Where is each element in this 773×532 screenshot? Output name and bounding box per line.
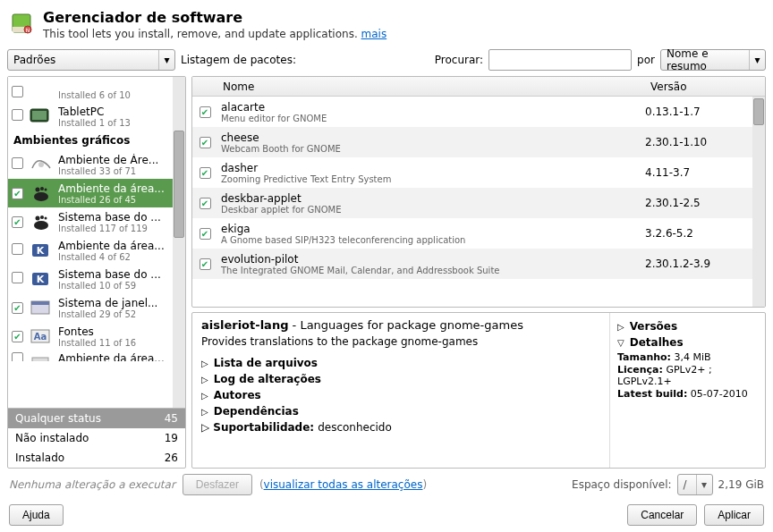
detail-expander[interactable]: ▷ Autores (201, 387, 600, 403)
svg-point-12 (45, 189, 47, 191)
category-subtitle: Installed 29 of 52 (58, 309, 182, 319)
sidebar-item[interactable]: KAmbiente da área...Installed 4 of 62 (8, 236, 185, 265)
sidebar-scrollbar[interactable] (173, 77, 185, 408)
package-description: The Integrated GNOME Mail, Calendar, and… (221, 266, 645, 275)
sidebar-item[interactable]: Ambiente de Áre...Installed 33 of 71 (8, 150, 185, 179)
sidebar-item[interactable]: Sistema de janel...Installed 29 of 52 (8, 293, 185, 322)
svg-text:K: K (37, 245, 45, 257)
category-title: Sistema de janel... (58, 297, 182, 309)
status-filter-row[interactable]: Não instalado19 (8, 428, 185, 448)
sidebar-item[interactable]: TabletPCInstalled 1 of 13 (8, 102, 185, 131)
details-expander[interactable]: ▽ Detalhes (617, 334, 758, 350)
chevron-down-icon: ▾ (158, 50, 174, 70)
category-subtitle: Installed 33 of 71 (58, 166, 182, 176)
apply-button[interactable]: Aplicar (704, 504, 764, 526)
svg-text:K: K (37, 274, 45, 285)
package-list-panel: Nome Versão alacarteMenu editor for GNOM… (191, 76, 766, 308)
package-scrollbar[interactable] (752, 97, 765, 307)
svg-rect-25 (32, 358, 48, 361)
svg-text:N: N (26, 27, 30, 33)
package-row[interactable]: alacarteMenu editor for GNOME0.13.1-1.7 (192, 97, 765, 127)
checkbox[interactable] (12, 216, 23, 228)
category-subtitle: Installed 6 of 10 (58, 90, 182, 100)
sidebar-item[interactable]: Ambiente da área...Installed 26 of 45 (8, 179, 185, 207)
detail-description: Provides translations to the package gno… (201, 335, 600, 348)
category-icon (29, 352, 54, 361)
sidebar-item[interactable]: Sistema base do ...Installed 117 of 119 (8, 207, 185, 236)
status-filter-list: Qualquer status45Não instalado19Instalad… (8, 408, 185, 468)
package-name: dasher (221, 162, 645, 174)
detail-title: aisleriot-lang - Languages for package g… (201, 318, 600, 332)
supportability-row[interactable]: ▷ Suportabilidade: desconhecido (201, 419, 600, 435)
checkbox[interactable] (12, 243, 23, 255)
versions-expander[interactable]: ▷ Versões (617, 318, 758, 334)
page-title: Gerenciador de software (43, 9, 386, 26)
column-name[interactable]: Nome (217, 80, 645, 93)
search-by-combo[interactable]: Nome e resumo ▾ (660, 49, 766, 71)
package-name: alacarte (221, 101, 645, 114)
detail-expander[interactable]: ▷ Lista de arquivos (201, 355, 600, 371)
sidebar-item[interactable]: Ambiente da área... (8, 350, 185, 361)
category-subtitle: Installed 11 of 16 (58, 338, 182, 348)
disk-combo[interactable]: /▾ (677, 474, 713, 495)
package-version: 2.30.1-1.10 (645, 136, 752, 148)
sidebar-item[interactable]: KSistema base do ...Installed 10 of 59 (8, 265, 185, 293)
triangle-right-icon: ▷ (201, 407, 208, 417)
checkbox[interactable] (12, 109, 23, 121)
category-subtitle: Installed 4 of 62 (58, 252, 182, 262)
more-link[interactable]: mais (361, 28, 387, 40)
help-button[interactable]: Ajuda (9, 504, 64, 526)
search-input[interactable] (488, 49, 632, 71)
package-name: deskbar-applet (221, 192, 645, 205)
svg-rect-7 (32, 111, 47, 120)
checkbox[interactable] (200, 167, 211, 179)
view-all-changes-link[interactable]: visualizar todas as alterações (264, 478, 423, 491)
package-description: A Gnome based SIP/H323 teleconferencing … (221, 235, 645, 245)
category-icon (29, 297, 54, 318)
package-row[interactable]: cheeseWebcam Booth for GNOME2.30.1-1.10 (192, 127, 765, 157)
package-row[interactable]: ekigaA Gnome based SIP/H323 teleconferen… (192, 218, 765, 249)
category-icon (29, 154, 54, 175)
package-row[interactable]: deskbar-appletDeskbar applet for GNOME2.… (192, 188, 765, 218)
package-name: ekiga (221, 223, 645, 235)
status-filter-row[interactable]: Instalado26 (8, 448, 185, 468)
package-version: 0.13.1-1.7 (645, 106, 752, 118)
checkbox[interactable] (200, 228, 211, 240)
app-icon: N (7, 9, 36, 38)
checkbox[interactable] (12, 352, 23, 361)
checkbox[interactable] (12, 157, 23, 169)
svg-point-15 (40, 215, 44, 219)
category-title: Ambiente da área... (58, 182, 182, 195)
checkbox[interactable] (200, 198, 211, 209)
checkbox[interactable] (12, 188, 23, 199)
checkbox[interactable] (200, 137, 211, 148)
cancel-button[interactable]: Cancelar (627, 504, 697, 526)
package-row[interactable]: evolution-pilotThe Integrated GNOME Mail… (192, 249, 765, 279)
category-subtitle: Installed 117 of 119 (58, 224, 182, 233)
detail-expander[interactable]: ▷ Log de alterações (201, 371, 600, 387)
svg-point-11 (40, 187, 44, 190)
checkbox[interactable] (12, 272, 23, 283)
checkbox[interactable] (12, 302, 23, 314)
sidebar-item[interactable]: Installed 6 of 10 (8, 77, 185, 102)
category-subtitle: Installed 1 of 13 (58, 118, 182, 128)
detail-expander[interactable]: ▷ Dependências (201, 403, 600, 419)
triangle-right-icon: ▷ (617, 322, 624, 332)
status-filter-row[interactable]: Qualquer status45 (8, 409, 185, 428)
svg-point-8 (38, 162, 44, 167)
triangle-right-icon: ▷ (201, 375, 208, 384)
package-description: Webcam Booth for GNOME (221, 144, 645, 154)
by-label: por (637, 54, 655, 66)
package-row[interactable]: dasherZooming Predictive Text Entry Syst… (192, 157, 765, 188)
category-title: Fontes (58, 325, 182, 338)
sidebar-item[interactable]: AaFontesInstalled 11 of 16 (8, 322, 185, 350)
filter-combo[interactable]: Padrões ▾ (7, 49, 175, 71)
column-version[interactable]: Versão (645, 80, 752, 93)
checkbox[interactable] (12, 86, 23, 97)
header: N Gerenciador de software This tool lets… (7, 4, 766, 47)
build-row: Latest build: 05-07-2010 (617, 388, 758, 400)
category-icon (29, 211, 54, 232)
checkbox[interactable] (12, 331, 23, 342)
checkbox[interactable] (200, 106, 211, 118)
checkbox[interactable] (200, 258, 211, 270)
